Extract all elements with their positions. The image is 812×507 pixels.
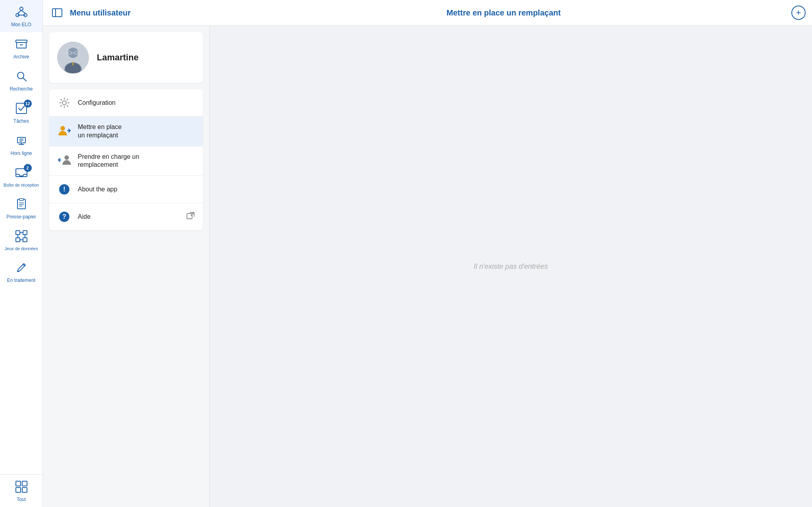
sidebar-item-en-traitement[interactable]: En traitement	[0, 256, 42, 288]
header-main-title: Mettre en place un remplaçant	[446, 8, 561, 17]
header-right: +	[791, 6, 806, 20]
add-button[interactable]: +	[791, 6, 806, 20]
taches-badge: 12	[24, 100, 32, 108]
sidebar-item-archive[interactable]: Archive	[0, 32, 42, 64]
menu-label-about: About the app	[78, 185, 195, 194]
sidebar-label-recherche: Recherche	[10, 86, 33, 92]
header: Menu utilisateur Mettre en place un remp…	[43, 0, 812, 26]
sidebar-item-taches[interactable]: 12 Tâches	[0, 96, 42, 129]
svg-point-0	[20, 7, 23, 10]
external-link-icon	[186, 212, 195, 222]
header-menu-label: Menu utilisateur	[70, 8, 131, 17]
grid-icon	[14, 229, 29, 245]
svg-point-50	[65, 156, 69, 160]
sidebar-item-hors-ligne[interactable]: Hors ligne	[0, 129, 42, 161]
sidebar-toggle-button[interactable]	[49, 5, 65, 21]
right-panel: Il n'existe pas d'entrées	[210, 26, 812, 507]
pencil-icon	[14, 260, 29, 276]
svg-rect-35	[22, 481, 27, 486]
tasks-icon: 12	[14, 101, 29, 117]
menu-label-aide: Aide	[78, 213, 180, 221]
sidebar-label-hors-ligne: Hors ligne	[10, 150, 32, 156]
search-icon	[14, 69, 29, 85]
svg-text:!: !	[63, 186, 65, 193]
sidebar-item-mon-elo[interactable]: Mon ELO	[0, 0, 42, 32]
archive-icon	[14, 37, 29, 52]
menu-list: Configuration Mettre en place un remplaç…	[49, 89, 203, 230]
menu-item-aide[interactable]: ? Aide	[49, 203, 203, 230]
svg-rect-26	[16, 238, 20, 242]
svg-line-56	[191, 212, 194, 216]
svg-line-4	[21, 10, 25, 13]
sidebar-toggle-icon	[52, 7, 63, 18]
svg-rect-27	[23, 238, 27, 242]
menu-item-prendre-en-charge[interactable]: Prendre en charge un remplacement	[49, 147, 203, 176]
content-area: Lamartine Configuration	[43, 26, 812, 507]
svg-rect-38	[52, 9, 62, 17]
header-left: Menu utilisateur	[49, 5, 216, 21]
menu-item-mettre-en-place[interactable]: Mettre en place un remplaçant	[49, 117, 203, 147]
clipboard-icon	[14, 197, 29, 212]
sidebar-label-presse-papier: Presse-papier	[6, 214, 36, 220]
menu-label-configuration: Configuration	[78, 99, 195, 107]
svg-text:?: ?	[62, 213, 66, 220]
main-area: Menu utilisateur Mettre en place un remp…	[43, 0, 812, 507]
header-center: Mettre en place un remplaçant	[216, 8, 791, 17]
all-icon	[14, 480, 29, 495]
svg-line-3	[17, 10, 21, 13]
sidebar-label-taches: Tâches	[13, 118, 29, 124]
inbox-icon: 2	[14, 166, 29, 181]
sidebar-item-jeux-donnees[interactable]: Jeux de données	[0, 224, 42, 256]
svg-rect-37	[22, 488, 27, 492]
user-card: Lamartine	[49, 32, 203, 83]
menu-item-about[interactable]: ! About the app	[49, 176, 203, 203]
svg-rect-34	[16, 481, 21, 486]
svg-rect-36	[16, 488, 21, 492]
sidebar-label-mon-elo: Mon ELO	[11, 22, 31, 27]
empty-text: Il n'existe pas d'entrées	[474, 262, 548, 271]
sidebar-label-archive: Archive	[13, 54, 29, 60]
user-name: Lamartine	[97, 52, 139, 63]
gear-icon	[57, 96, 71, 110]
svg-point-49	[61, 126, 65, 130]
info-icon: !	[57, 182, 71, 197]
offline-icon	[14, 133, 29, 149]
svg-line-10	[23, 78, 26, 81]
sidebar-item-tout[interactable]: Tout	[0, 474, 42, 507]
sidebar-label-tout: Tout	[17, 497, 26, 502]
svg-rect-25	[23, 231, 27, 235]
sidebar: Mon ELO Archive Recherche 12	[0, 0, 43, 507]
menu-label-mettre-en-place: Mettre en place un remplaçant	[78, 123, 195, 140]
sidebar-label-jeux-donnees: Jeux de données	[5, 246, 38, 251]
take-over-icon	[57, 154, 71, 168]
left-panel: Lamartine Configuration	[43, 26, 210, 507]
menu-label-prendre-en-charge: Prendre en charge un remplacement	[78, 153, 195, 170]
avatar-image	[57, 42, 89, 73]
avatar	[57, 42, 89, 73]
svg-rect-20	[19, 199, 23, 200]
svg-point-48	[62, 101, 66, 105]
elo-icon	[14, 5, 29, 20]
sidebar-label-en-traitement: En traitement	[7, 278, 35, 283]
sidebar-item-recherche[interactable]: Recherche	[0, 64, 42, 96]
sidebar-label-boite-reception: Boîte de réception	[4, 183, 39, 187]
replace-user-icon	[57, 124, 71, 139]
help-icon: ?	[57, 210, 71, 224]
sidebar-item-presse-papier[interactable]: Presse-papier	[0, 192, 42, 224]
menu-item-configuration[interactable]: Configuration	[49, 89, 203, 117]
svg-rect-24	[16, 231, 20, 235]
inbox-badge: 2	[24, 164, 32, 172]
svg-rect-55	[187, 214, 192, 219]
sidebar-item-boite-reception[interactable]: 2 Boîte de réception	[0, 161, 42, 192]
